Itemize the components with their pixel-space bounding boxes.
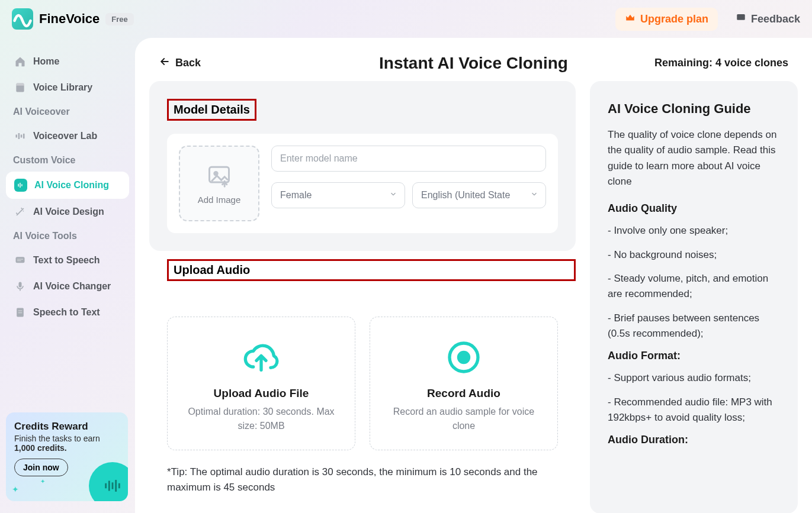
sidebar-item-ai-voice-cloning[interactable]: AI Voice Cloning [6, 172, 129, 199]
gender-select[interactable]: Female [271, 182, 405, 208]
svg-rect-21 [118, 483, 120, 489]
chevron-down-icon [530, 190, 538, 201]
guide-intro: The quality of voice clone depends on th… [608, 127, 780, 189]
sidebar-item-home[interactable]: Home [6, 49, 129, 75]
chat-icon [736, 12, 746, 26]
svg-rect-16 [18, 312, 23, 313]
join-now-button[interactable]: Join now [14, 459, 68, 476]
brand-text: FineVoice [39, 11, 100, 27]
wand-icon [14, 206, 26, 218]
sidebar-item-voice-library[interactable]: Voice Library [6, 75, 129, 101]
sidebar-item-speech-to-text[interactable]: Speech to Text [6, 299, 129, 325]
sidebar-item-voiceover-lab[interactable]: Voiceover Lab [6, 123, 129, 149]
arrow-left-icon [159, 56, 171, 70]
sparkle-icon: ✦ [12, 485, 19, 494]
document-icon [14, 306, 26, 318]
sidebar-section-custom-voice: Custom Voice [6, 149, 129, 172]
feedback-button[interactable]: Feedback [736, 12, 800, 26]
reward-audio-icon [89, 462, 128, 501]
page-title: Instant AI Voice Cloning [379, 54, 568, 73]
svg-rect-19 [112, 482, 114, 489]
svg-rect-15 [18, 311, 23, 311]
quality-item: - Brief pauses between sentences (0.5s r… [608, 311, 780, 342]
record-icon [445, 338, 483, 376]
quality-item: - No background noises; [608, 247, 780, 263]
quality-item: - Steady volume, pitch, and emotion are … [608, 271, 780, 302]
svg-rect-4 [18, 133, 20, 139]
credits-reward-card: Credits Reward Finish the tasks to earn … [6, 412, 128, 501]
language-select[interactable]: English (United State [412, 182, 546, 208]
svg-rect-3 [16, 135, 18, 138]
svg-rect-10 [16, 257, 25, 263]
svg-rect-9 [21, 184, 22, 186]
plan-badge: Free [105, 13, 133, 25]
home-icon [14, 56, 26, 67]
svg-rect-2 [16, 83, 24, 86]
svg-rect-0 [737, 14, 745, 20]
back-button[interactable]: Back [159, 56, 201, 70]
upload-audio-heading: Upload Audio [167, 259, 576, 281]
svg-rect-20 [115, 480, 117, 492]
sidebar-item-ai-voice-changer[interactable]: AI Voice Changer [6, 273, 129, 299]
sidebar-item-ai-voice-design[interactable]: AI Voice Design [6, 199, 129, 225]
brand[interactable]: FineVoice Free [12, 8, 134, 30]
svg-rect-12 [17, 260, 21, 261]
model-details-section: Model Details Add Image Female [149, 81, 576, 251]
reward-title: Credits Reward [14, 421, 120, 433]
audio-tip: *Tip: The optimal audio duration is 30 s… [167, 464, 558, 496]
image-upload-icon [206, 163, 232, 189]
svg-rect-5 [21, 135, 23, 138]
brand-icon [12, 8, 33, 30]
sidebar-section-voice-tools: AI Voice Tools [6, 225, 129, 247]
guide-title: AI Voice Cloning Guide [608, 101, 780, 117]
guide-panel: AI Voice Cloning Guide The quality of vo… [590, 81, 798, 513]
library-icon [14, 82, 26, 93]
audio-format-heading: Audio Format: [608, 350, 780, 362]
svg-point-25 [458, 352, 468, 362]
bars-icon [14, 130, 26, 142]
sidebar-item-text-to-speech[interactable]: Text to Speech [6, 247, 129, 273]
svg-rect-13 [19, 282, 22, 288]
audio-quality-heading: Audio Quality [608, 202, 780, 215]
record-audio-card[interactable]: Record Audio Record an audio sample for … [370, 317, 558, 450]
svg-rect-11 [17, 259, 23, 260]
upgrade-plan-button[interactable]: Upgrade plan [615, 8, 718, 31]
cloud-upload-icon [242, 338, 280, 376]
format-item: - Recommended audio file: MP3 with 192kb… [608, 395, 780, 426]
upload-audio-section: Upload Audio File Optimal duration: 30 s… [149, 305, 576, 513]
message-icon [14, 254, 26, 266]
format-item: - Support various audio formats; [608, 370, 780, 386]
sparkle-icon: ✦ [40, 478, 45, 485]
model-details-heading: Model Details [167, 99, 256, 121]
model-name-input[interactable] [271, 146, 546, 172]
upload-audio-file-card[interactable]: Upload Audio File Optimal duration: 30 s… [167, 317, 355, 450]
svg-rect-17 [105, 483, 107, 489]
svg-rect-18 [108, 481, 110, 491]
sidebar-section-voiceover: AI Voiceover [6, 101, 129, 123]
quality-item: - Involve only one speaker; [608, 223, 780, 238]
crown-icon [625, 12, 636, 26]
reward-subtitle: Finish the tasks to earn 1,000 credits. [14, 434, 120, 453]
svg-rect-7 [18, 184, 18, 187]
waveform-icon [14, 179, 27, 192]
mic-icon [14, 280, 26, 292]
svg-rect-8 [20, 183, 20, 188]
audio-duration-heading: Audio Duration: [608, 434, 780, 446]
add-image-button[interactable]: Add Image [179, 146, 259, 221]
chevron-down-icon [389, 190, 397, 201]
remaining-clones: Remaining: 4 voice clones [654, 57, 788, 69]
svg-rect-6 [23, 134, 25, 138]
